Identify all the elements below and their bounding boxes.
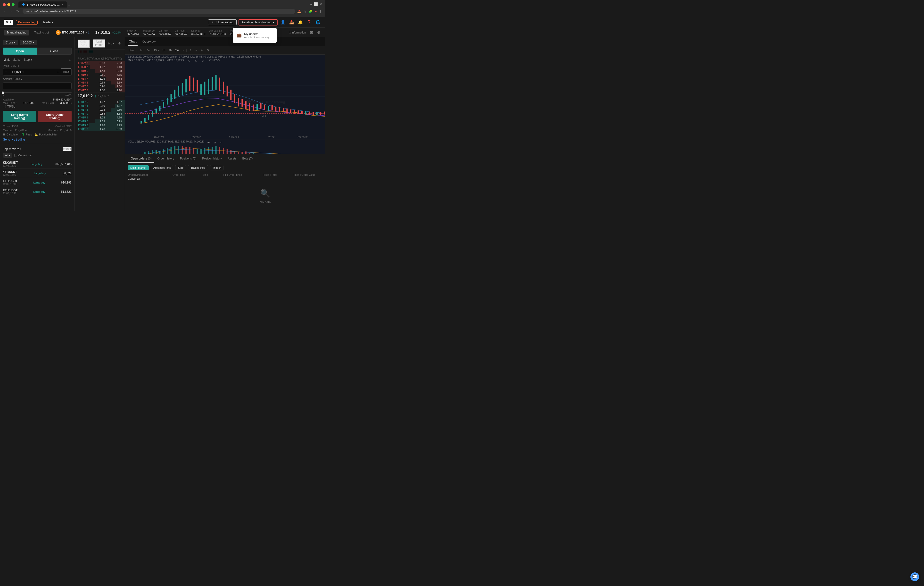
mover-item-3[interactable]: ETH/USDT 12/06, 13:40 Large buy 513,522 [3,187,72,196]
orderbook-tab[interactable]: Order book [78,40,90,48]
mover-item-1[interactable]: YFII/USDT 12/06, 13:41 Large buy 66,622 [3,169,72,178]
notifications-icon-button[interactable]: 🔔 [297,19,304,25]
ask-row-7[interactable]: 17,017.61.101.10 [75,88,125,92]
bid-row-5[interactable]: 17,015.01.235.99 [75,119,125,123]
globe-icon-button[interactable]: 🌐 [315,19,321,25]
long-button[interactable]: Long (Demo trading) [3,111,36,122]
amount-input[interactable] [3,83,71,89]
go-live-link[interactable]: Go to live trading [3,137,25,142]
leverage-slider-track[interactable] [3,92,72,93]
leverage-button[interactable]: 10.00X ▾ [20,40,37,45]
forward-button[interactable]: › [9,9,13,14]
chart-settings-button[interactable]: ⚙ [206,48,210,53]
price-input[interactable] [9,69,55,75]
open-button[interactable]: Open [3,48,37,55]
maximize-window-button[interactable] [12,3,15,6]
bookmark-button[interactable]: 📤 [297,9,301,13]
volume-settings-icon[interactable]: ⚙ [213,140,217,145]
bots-tab[interactable]: Bots (7) [239,154,256,163]
settings-button[interactable]: ⚙ [316,29,321,36]
bid-row-1[interactable]: 17,017.40.801.87 [75,104,125,108]
extensions-button[interactable]: 🧩 [309,9,312,13]
ask-row-6[interactable]: 17,017.70.902.00 [75,84,125,88]
calculator-button[interactable]: 🖩 Calculator [3,133,19,136]
order-info-icon[interactable]: ℹ [68,57,72,62]
active-browser-tab[interactable]: 🔷 17,019.2 BTCUSDT1209 | Buy... ✕ [18,2,67,8]
drawing-tools-button[interactable]: ✏ [200,48,204,53]
ask-row-5[interactable]: 17,018.20.692.69 [75,81,125,84]
orderbook-size[interactable]: 0.1 ▾ [108,42,114,45]
live-trading-button[interactable]: ↗ BTCUSDT1209 ↗ Live trading [208,20,236,25]
short-button[interactable]: Short (Demo trading) [38,111,71,122]
indicators-button[interactable]: ≋ [195,48,198,53]
position-history-tab[interactable]: Position history [199,154,225,163]
ob-view-bids-button[interactable] [84,51,87,55]
new-tab-button[interactable]: + [68,3,70,8]
mover-item-0[interactable]: KNC/USDT 12/06, 13:41 Large buy 369,587,… [3,159,72,169]
ask-row-1[interactable]: 17,020.71.027.10 [75,65,125,69]
1h-button[interactable]: 1h [162,48,166,52]
assets-demo-dropdown[interactable]: Assets – Demo trading ▾ [239,19,277,25]
price-decrement-button[interactable]: − [3,69,9,75]
star-button[interactable]: ☆ [303,9,307,13]
pair-selector[interactable]: ₿ BTCUSDT1209 ▾ ℹ [54,29,91,36]
profile-button[interactable]: ● [315,9,317,13]
ask-row-2[interactable]: 17,019.61.436.08 [75,69,125,73]
current-pair-filter[interactable]: Current pair [14,154,32,157]
back-button[interactable]: ‹ [3,9,7,14]
assets-tab[interactable]: Assets [225,154,239,163]
ob-view-both-button[interactable] [78,51,81,55]
slider-thumb[interactable] [2,91,4,94]
layout-grid-button[interactable]: ⊞ [309,29,314,36]
line-button[interactable]: Line [128,48,135,52]
volume-close-icon[interactable]: ✕ [219,140,223,145]
more-button[interactable]: More › [63,147,72,151]
4h-button[interactable]: 4h [168,48,173,52]
positions-tab[interactable]: Positions (0) [177,154,199,163]
fees-button[interactable]: 💲 Fees [21,133,32,136]
price-increment-button[interactable]: + [55,69,61,75]
ask-row-4[interactable]: 17,018.71.153.84 [75,77,125,81]
cross-button[interactable]: Cross ▾ [3,40,18,45]
bid-row-2[interactable]: 17,017.30.932.80 [75,108,125,112]
mover-item-2[interactable]: ETH/USDT 12/06, 13:40 Large buy 610,893 [3,178,72,187]
information-button[interactable]: ℹ Information [289,30,307,35]
position-builder-button[interactable]: 📐 Position builder [35,133,57,136]
ob-view-asks-button[interactable] [89,51,93,55]
chart-tab[interactable]: Chart [128,37,138,46]
browser-minimize[interactable]: – [310,2,312,6]
demo-trading-badge[interactable]: Demo trading [16,20,38,25]
menu-button[interactable]: ⋮ [319,9,322,13]
bid-row-4[interactable]: 17,015.91.084.76 [75,116,125,119]
close-button[interactable]: Close [37,48,71,55]
manual-trading-button[interactable]: Manual trading [4,30,30,35]
browser-close[interactable]: ✕ [319,2,322,6]
tab-close-button[interactable]: ✕ [62,3,64,6]
bbo-button[interactable]: BBO [61,68,71,75]
ma-eye-icon[interactable]: 👁 [194,59,198,64]
current-pair-checkbox[interactable] [14,154,17,157]
stop-filter[interactable]: Stop [175,165,186,171]
market-order-button[interactable]: Market [12,58,22,62]
trading-bot-button[interactable]: Trading bot [31,30,52,35]
ask-row-0[interactable]: 17,022.00.867.96 [75,61,125,65]
my-assets-item[interactable]: 💼 My assets Assets Demo trading [233,30,277,41]
browser-maximize[interactable]: ⬜ [314,2,318,6]
open-orders-tab[interactable]: Open orders (0) [128,154,154,163]
bid-row-7[interactable]: 17,011.81.288.53 [75,127,125,131]
user-icon-button[interactable]: 👤 [279,19,286,25]
limit-order-button[interactable]: Limit [3,58,10,62]
refresh-button[interactable]: ↻ [15,9,21,14]
chart-area[interactable]: 60,000.0 40,000.0 20,000.0 [125,64,325,139]
trigger-filter[interactable]: Trigger [210,165,223,171]
candle-type-button[interactable]: 🕯 [188,48,193,52]
help-icon-button[interactable]: ❓ [306,19,312,25]
overview-tab[interactable]: Overview [142,37,157,46]
1w-button[interactable]: 1W [174,48,180,52]
address-bar-input[interactable] [23,9,295,14]
bid-row-0[interactable]: 17,017.51.071.07 [75,100,125,104]
trade-menu[interactable]: Trade ▾ [41,20,55,25]
advanced-limit-filter[interactable]: Advanced limit [151,165,173,171]
5m-button[interactable]: 5m [145,48,151,52]
ask-row-3[interactable]: 17,019.20.814.65 [75,73,125,77]
